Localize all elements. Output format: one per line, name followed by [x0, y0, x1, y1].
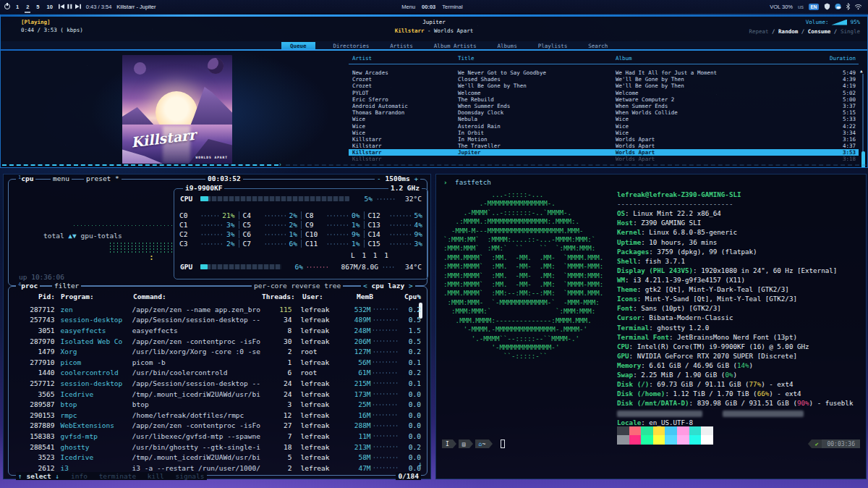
queue-row[interactable]: KillstarrJupiterWorlds Apart3:53 [349, 149, 859, 156]
process-row[interactable]: 257743session-desktop/app/Session/sessio… [16, 315, 421, 326]
tab-album-artists[interactable]: Album Artists [431, 42, 480, 50]
queue-row[interactable]: Eric SferroThe RebuildWetware Computer 2… [349, 96, 859, 103]
queue-row[interactable]: CrozetWe'll Be Gone by ThenWe'll Be Gone… [349, 83, 859, 89]
column-duration[interactable]: Duration [812, 55, 856, 62]
pause-icon[interactable] [67, 4, 72, 9]
workspace-2[interactable]: 2 [25, 4, 30, 10]
preset-button[interactable]: preset * [84, 174, 122, 182]
terminate-button[interactable]: terminate [99, 472, 136, 480]
scroll-up-icon[interactable]: ▲ [860, 68, 863, 73]
cpu-box-title[interactable]: 1cpu [16, 174, 35, 182]
tab-directories[interactable]: Directories [331, 42, 373, 50]
workspace-10[interactable]: 10 [46, 4, 54, 10]
process-row[interactable]: 277910picompicom -b1lefreak56M0.1 [16, 357, 421, 368]
interval-minus-button[interactable]: - [377, 174, 381, 182]
process-row[interactable]: 3051easyeffectseasyeffects8lefreak248M1.… [16, 325, 421, 336]
workspace-5[interactable]: 5 [35, 4, 40, 10]
tab-playlists[interactable]: Playlists [535, 42, 571, 50]
queue-row[interactable]: KillstarrIn MotionWorlds Apart3:16 [349, 136, 859, 143]
column-album[interactable]: Album [616, 55, 812, 62]
queue-row[interactable]: KillstarrThe TravellerWorlds Apart4:37 [349, 143, 859, 149]
queue-row[interactable]: WiceIn OrbitWice3:34 [349, 130, 859, 136]
queue-row[interactable]: Thomas BarrandonDoomsday ClockWhen World… [349, 109, 859, 116]
column-program[interactable]: Program: [61, 293, 133, 300]
color-swatch [665, 426, 677, 435]
sort-direction-icon[interactable]: ↑ [417, 293, 422, 300]
queue-row[interactable]: Android AutomaticWhen Summer EndsWhen Su… [349, 103, 859, 109]
info-button[interactable]: info [71, 472, 88, 480]
toggle-single: Single [841, 28, 860, 35]
column-user[interactable]: User: [302, 293, 343, 300]
workspace-1[interactable]: 1 [15, 4, 20, 10]
update-interval[interactable]: - 1500ms + [375, 174, 420, 182]
queue-row[interactable]: PYLOTWelcomeWelcome5:02 [349, 90, 859, 96]
sort-selector[interactable]: < cpu lazy > [361, 282, 415, 290]
kill-button[interactable]: kill [148, 472, 164, 480]
tab-artists[interactable]: Artists [387, 42, 416, 50]
menu-button[interactable]: menu [51, 174, 72, 182]
sort-prev-button[interactable]: < [363, 282, 367, 290]
process-row[interactable]: 3565Icedrive/tmp/.mount_icedriW2UAWd/usr… [16, 389, 421, 400]
select-up-icon[interactable]: ↑ [18, 472, 22, 480]
keyboard-layout[interactable]: us [798, 4, 804, 10]
proc-box-title[interactable]: 4proc [16, 282, 40, 290]
process-row[interactable]: 1440coolercontrold/usr/bin/coolercontrol… [16, 368, 421, 379]
song-progress-bar[interactable]: › [2, 164, 867, 167]
queue-row[interactable]: WiceNebulaWice5:33 [349, 116, 859, 122]
previous-track-icon[interactable] [59, 4, 64, 9]
process-row[interactable]: 287970Isolated Web Co/app/zen/zen -conte… [16, 336, 421, 347]
cell-cpu: 0.2 [399, 306, 421, 314]
column-title[interactable]: Title [458, 55, 616, 62]
select-button[interactable]: select [26, 472, 51, 480]
next-track-icon[interactable] [75, 4, 81, 9]
volume-indicator[interactable]: VOL 30% [770, 4, 793, 10]
queue-row[interactable]: WiceAsteroid RainWice4:22 [349, 123, 859, 130]
queue-scrollbar[interactable]: ▲ ▼ [860, 68, 866, 168]
queue-row[interactable]: CrozetClosed ShadesWe'll Be Gone by Then… [349, 76, 859, 83]
process-row[interactable]: 1479Xorg/usr/lib/xorg/Xorg -core :0 -se2… [16, 346, 421, 357]
cpu-row-label: CPU [180, 195, 200, 203]
tab-queue[interactable]: Queue [281, 42, 315, 50]
power-icon[interactable] [4, 4, 10, 9]
bluetooth-icon[interactable] [846, 3, 851, 10]
progress-elapsed [2, 164, 278, 166]
cell-command: /usr/lib/xorg/Xorg -core :0 -se [132, 348, 260, 356]
cpu-graph-label[interactable]: total ▲▼ gpu-totals [43, 232, 122, 240]
column-threads[interactable]: Threads: [262, 293, 294, 300]
select-down-icon[interactable]: ↓ [56, 472, 60, 480]
scroll-down-icon[interactable]: ↓ [418, 460, 422, 468]
box-label: cpu [21, 174, 33, 182]
process-row[interactable]: 290153rmpc/home/lefreak/dotfiles/rmpc12l… [16, 410, 421, 421]
process-row[interactable]: 287712zen/app/zen/zen --name app.zen_bro… [16, 304, 421, 315]
language-badge[interactable]: EN [809, 4, 819, 10]
process-row[interactable]: 158383gvfsd-mtp/usr/libexec/gvfsd-mtp --… [16, 431, 421, 442]
filter-button[interactable]: filter [52, 282, 81, 290]
process-row[interactable]: 3523Icedrive/tmp/.mount_icedriW2UAWd/usr… [16, 452, 421, 463]
column-artist[interactable]: Artist [352, 55, 458, 62]
proc-options[interactable]: per-core reverse tree [252, 282, 343, 290]
column-command[interactable]: Command: [133, 293, 262, 300]
core-row: C32%C76%C111%C153% [176, 239, 426, 248]
signals-button[interactable]: signals [175, 472, 204, 480]
shield-icon[interactable] [824, 3, 830, 10]
cell-threads: 8 [260, 327, 292, 335]
process-row[interactable]: 289587btopbtop3lefreak25M0.0 [16, 399, 421, 410]
interval-plus-button[interactable]: + [414, 174, 419, 182]
menu-button[interactable]: Menu [401, 4, 415, 10]
terminal-cursor[interactable] [501, 439, 505, 448]
column-pid[interactable]: Pid: [16, 293, 55, 300]
tab-search[interactable]: Search [585, 42, 610, 50]
process-row[interactable]: 288541ghostty/usr/bin/ghostty --gtk-sing… [16, 442, 421, 453]
volume-ramp-icon[interactable] [831, 20, 847, 25]
queue-row[interactable]: New ArcadesWe Never Got to Say GoodbyeWe… [349, 70, 859, 76]
sort-next-button[interactable]: > [409, 282, 413, 290]
queue-row[interactable]: KillstarrWorlds Apart3:18 [349, 156, 859, 162]
wifi-icon[interactable] [854, 4, 862, 10]
planet-icon [134, 62, 146, 75]
vi-mode-segment: I [442, 439, 453, 448]
process-row[interactable]: 287889WebExtensions/app/zen/zen -content… [16, 421, 421, 432]
tab-albums[interactable]: Albums [495, 42, 520, 50]
weather-icon[interactable] [834, 3, 842, 10]
process-row[interactable]: 257712session-desktop/app/Session/sessio… [16, 378, 421, 389]
column-mem[interactable]: MemB [343, 293, 373, 300]
